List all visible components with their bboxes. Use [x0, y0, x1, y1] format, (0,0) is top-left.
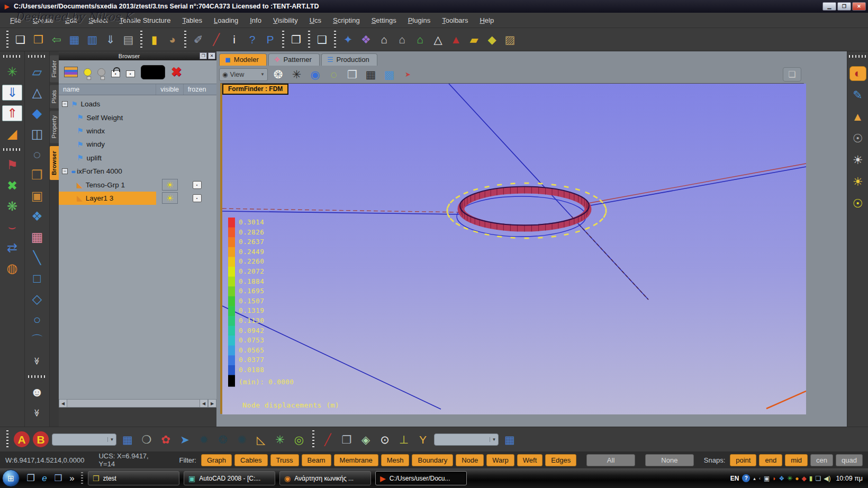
- menu-item-settings[interactable]: Settings: [366, 14, 402, 27]
- filter-weft-button[interactable]: Weft: [517, 454, 543, 466]
- y-axis-icon[interactable]: Y: [415, 431, 431, 447]
- tree-row[interactable]: ⚑windy: [59, 138, 216, 151]
- menu-item-toolbars[interactable]: Toolbars: [436, 14, 474, 27]
- viewport-3d[interactable]: FormFinder : FDM: [220, 83, 804, 414]
- cone-wire-icon[interactable]: △: [27, 85, 47, 101]
- tree-row-name[interactable]: ◣Layer1 3: [59, 192, 156, 205]
- mesh-node-fix-icon[interactable]: ✹: [196, 431, 212, 447]
- solid-view-icon[interactable]: ▲: [849, 110, 866, 124]
- plane-axis-icon[interactable]: ❐: [339, 431, 355, 447]
- filter-edges-button[interactable]: Edges: [545, 454, 576, 466]
- frozen-toggle-icon[interactable]: ▪: [193, 194, 202, 202]
- cone-tool-icon[interactable]: ◢: [2, 126, 22, 142]
- menu-item-plugins[interactable]: Plugins: [402, 14, 437, 27]
- visible-sun-icon[interactable]: ☀: [162, 192, 178, 204]
- ucs-combo[interactable]: ▼: [434, 433, 499, 446]
- maximize-button[interactable]: ❐: [837, 2, 851, 11]
- tree-row-name[interactable]: ⚑windy: [59, 138, 156, 151]
- point-axis-icon[interactable]: ⊙: [377, 431, 393, 447]
- filter-truss-button[interactable]: Truss: [270, 454, 299, 466]
- render-view-icon[interactable]: ◐: [849, 66, 866, 81]
- import-file-icon[interactable]: ⇦: [48, 31, 65, 48]
- menu-item-file[interactable]: File: [4, 14, 27, 27]
- menu-item-loading[interactable]: Loading: [208, 14, 244, 27]
- tree-row-name[interactable]: −⚑Loads: [59, 97, 156, 111]
- grid-button[interactable]: ▦: [363, 66, 379, 83]
- snap-mid-button[interactable]: mid: [785, 454, 808, 466]
- close-panel-button[interactable]: ✕: [208, 52, 215, 59]
- delete-tool-icon[interactable]: ✖: [2, 178, 22, 194]
- visible-sun-icon[interactable]: ☀: [162, 179, 178, 191]
- mesh-box-icon[interactable]: ❒: [27, 167, 47, 183]
- line-tool-icon[interactable]: ╲: [27, 250, 47, 266]
- tree-row[interactable]: −⚑Loads: [59, 97, 216, 111]
- snap-quad-button[interactable]: quad: [836, 454, 863, 466]
- sync-tray-icon[interactable]: ❖: [779, 475, 784, 482]
- float-panel-button[interactable]: ❐: [200, 52, 207, 59]
- unlock-icon[interactable]: ▪: [126, 70, 135, 77]
- ruler-icon[interactable]: ▱: [27, 64, 47, 80]
- snap-end-button[interactable]: end: [759, 454, 782, 466]
- help-tray-icon[interactable]: ?: [742, 474, 750, 482]
- new-document-icon[interactable]: ❏: [12, 31, 29, 48]
- bulb-light-icon[interactable]: ☉: [849, 196, 866, 211]
- panel-gold-icon[interactable]: ▰: [466, 31, 482, 48]
- arc-spline-icon[interactable]: ⌒: [27, 332, 47, 348]
- layer-color-swatch[interactable]: [141, 65, 165, 79]
- save-icon[interactable]: ▦: [66, 31, 83, 48]
- pan-button[interactable]: ❐: [344, 66, 360, 83]
- selection-preset-combo[interactable]: ▼: [52, 433, 116, 446]
- tree-expander-icon[interactable]: −: [62, 168, 68, 174]
- browser-panel-titlebar[interactable]: Browser ❐✕: [59, 51, 216, 60]
- save-selection-icon[interactable]: ▦: [120, 431, 135, 447]
- tree-row-name[interactable]: ⚑windx: [59, 124, 156, 138]
- cone-white-icon[interactable]: △: [430, 31, 446, 48]
- delete-layer-icon[interactable]: ✖: [171, 65, 182, 79]
- tree-row[interactable]: ◣Layer1 3☀▪: [59, 192, 216, 205]
- antivirus-tray-icon[interactable]: ◗: [772, 475, 776, 482]
- layer-list-icon[interactable]: [64, 67, 78, 77]
- text-b-icon[interactable]: B: [33, 431, 49, 447]
- tab-patterner[interactable]: ❖Patterner: [268, 53, 320, 66]
- axes-triad-icon[interactable]: ⊥: [396, 431, 412, 447]
- chevron-down-icon[interactable]: ▼: [260, 72, 265, 77]
- kite-yellow-icon[interactable]: ◆: [484, 31, 500, 48]
- display-tray-icon[interactable]: ▣: [764, 475, 770, 482]
- tree-row[interactable]: ⚑uplift: [59, 151, 216, 165]
- mesh-node-solid-icon[interactable]: ✺: [234, 431, 250, 447]
- tree-row-name[interactable]: −●●ixForTen 4000: [59, 165, 156, 178]
- notes-icon[interactable]: ❑: [314, 31, 330, 48]
- lasso-select-icon[interactable]: ◌: [27, 147, 47, 162]
- menu-item-create[interactable]: Create: [27, 14, 59, 27]
- shapes-icon[interactable]: ❖: [27, 209, 47, 224]
- filter-warp-button[interactable]: Warp: [486, 454, 514, 466]
- mesh-colors-button[interactable]: ▩: [381, 66, 397, 83]
- menu-item-ucs[interactable]: Ucs: [304, 14, 327, 27]
- more-chevron-icon[interactable]: ≫: [29, 403, 45, 423]
- wireless-tray-icon[interactable]: ✳: [787, 475, 792, 482]
- tab-modeler[interactable]: ◼Modeler: [219, 53, 267, 66]
- tab-production[interactable]: ☰Production: [321, 53, 377, 66]
- browser-hscrollbar[interactable]: ◀ ◀ ▶: [59, 399, 216, 408]
- tent-double-icon[interactable]: ⌂: [394, 31, 410, 48]
- pin-tool-icon[interactable]: ⚑: [2, 157, 22, 173]
- spot-light-icon[interactable]: ☀: [849, 175, 866, 189]
- print-icon[interactable]: ▤: [120, 31, 137, 48]
- report-icon[interactable]: ❐: [288, 31, 304, 48]
- overflow-chevron-icon[interactable]: »: [66, 472, 78, 485]
- menu-item-tables[interactable]: Tables: [176, 14, 208, 27]
- tree-row-name[interactable]: ⚑uplift: [59, 151, 156, 165]
- circle-tool-icon[interactable]: ○: [27, 312, 47, 328]
- compass-icon[interactable]: ✐: [190, 31, 206, 48]
- filter-boundary-button[interactable]: Boundary: [412, 454, 453, 466]
- info-icon[interactable]: i: [226, 31, 242, 48]
- shading-mode-button[interactable]: ❂: [270, 66, 286, 83]
- volume-tray-icon[interactable]: ◀): [824, 475, 830, 482]
- menu-item-tensile-structure[interactable]: Tensile Structure: [114, 14, 177, 27]
- close-button[interactable]: ✕: [852, 2, 866, 11]
- more-tools-chevron-icon[interactable]: ≫: [29, 351, 45, 371]
- combo-arrow-icon[interactable]: ▼: [107, 437, 116, 442]
- menu-item-info[interactable]: Info: [244, 14, 267, 27]
- tray-expand-icon[interactable]: ▴: [753, 476, 756, 481]
- scene-svg[interactable]: 0.30140.28260.26370.24490.22600.20720.18…: [222, 84, 806, 414]
